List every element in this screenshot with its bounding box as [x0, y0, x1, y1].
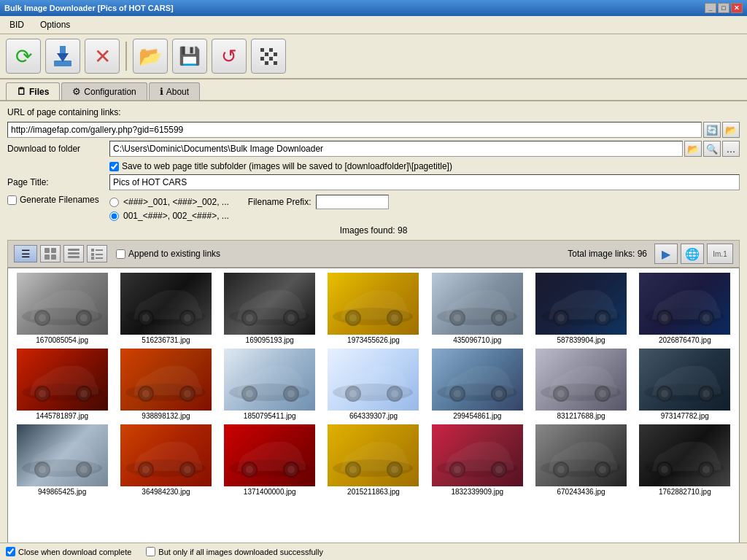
- svg-point-35: [391, 314, 398, 322]
- gallery-item[interactable]: 831217688.jpg: [530, 347, 632, 421]
- gallery-item[interactable]: 2026876470.jpg: [634, 271, 736, 346]
- svg-point-115: [599, 466, 606, 473]
- more-folder-button[interactable]: …: [722, 141, 740, 157]
- radio-format-1[interactable]: [109, 198, 119, 207]
- page-title-label: Page Title:: [7, 177, 109, 187]
- gallery-item[interactable]: 435096710.jpg: [426, 271, 528, 346]
- svg-point-40: [495, 314, 503, 322]
- only-if-all-checkbox[interactable]: [146, 547, 155, 556]
- menu-bid[interactable]: BID: [3, 18, 31, 32]
- view-all-button[interactable]: ☰: [14, 245, 37, 262]
- gallery-item[interactable]: 949865425.jpg: [11, 423, 113, 497]
- toolbar: ⟳ ✕ 📂 💾 ↺: [0, 34, 747, 79]
- open-folder-button[interactable]: 📂: [133, 39, 168, 74]
- url-refresh-button[interactable]: 🔄: [703, 122, 721, 138]
- download-folder-row: Download to folder 📂 🔍 …: [7, 141, 740, 157]
- gallery-item-name: 938898132.jpg: [142, 412, 190, 420]
- undo-button[interactable]: ↺: [212, 39, 247, 74]
- tab-configuration[interactable]: ⚙ Configuration: [61, 82, 147, 100]
- svg-rect-10: [91, 249, 94, 252]
- tab-about[interactable]: ℹ About: [149, 82, 200, 100]
- window-title: Bulk Image Downloader [Pics of HOT CARS]: [4, 4, 174, 12]
- svg-point-53: [39, 390, 46, 397]
- svg-point-80: [599, 390, 606, 397]
- open-download-folder-button[interactable]: 🔍: [703, 141, 721, 157]
- svg-point-113: [557, 466, 565, 473]
- gallery-item[interactable]: 1445781897.jpg: [11, 347, 113, 421]
- svg-point-95: [184, 466, 191, 473]
- svg-point-73: [454, 390, 461, 397]
- close-button[interactable]: ✕: [731, 3, 743, 13]
- gallery-item[interactable]: 670243436.jpg: [530, 423, 632, 497]
- close-when-done-checkbox[interactable]: [6, 547, 15, 556]
- menu-options[interactable]: Options: [34, 18, 77, 32]
- gallery-item[interactable]: 1762882710.jpg: [634, 423, 736, 497]
- generate-filenames-label: Generate Filenames: [20, 195, 99, 205]
- svg-rect-9: [68, 256, 80, 258]
- gallery-item[interactable]: 516236731.jpg: [115, 271, 217, 346]
- browse-folder-button[interactable]: 📂: [684, 141, 702, 157]
- svg-point-58: [142, 390, 150, 397]
- web-button[interactable]: 🌐: [681, 244, 704, 264]
- gallery-item[interactable]: 973147782.jpg: [634, 347, 736, 421]
- append-label: Append to existing links: [128, 249, 220, 259]
- svg-point-65: [287, 390, 295, 397]
- generate-filenames-checkbox[interactable]: [7, 195, 17, 205]
- svg-point-25: [184, 314, 191, 322]
- toolbar-separator: [125, 42, 127, 71]
- download-action-button[interactable]: ▶: [654, 244, 678, 264]
- filename-prefix-label: Filename Prefix:: [248, 197, 311, 207]
- gallery-item[interactable]: 1371400000.jpg: [219, 423, 321, 497]
- gallery-item-name: 664339307.jpg: [349, 412, 398, 420]
- save-button[interactable]: 💾: [172, 39, 207, 74]
- gallery-item[interactable]: 169095193.jpg: [219, 271, 321, 346]
- gallery-container[interactable]: 1670085054.jpg 516236731.jpg 169095193.j…: [7, 268, 740, 552]
- svg-point-90: [80, 466, 88, 473]
- images-found: Images found: 98: [7, 225, 740, 236]
- append-checkbox[interactable]: [116, 249, 125, 259]
- view-thumb-button[interactable]: [40, 245, 61, 262]
- gallery-item[interactable]: 2015211863.jpg: [322, 423, 425, 497]
- gallery-item[interactable]: 364984230.jpg: [115, 423, 217, 497]
- view-detail-button[interactable]: [87, 245, 107, 262]
- svg-point-75: [495, 390, 503, 397]
- page-title-input[interactable]: [109, 174, 740, 190]
- tab-files[interactable]: 🗒 Files: [6, 82, 60, 100]
- gallery-item-name: 516236731.jpg: [142, 336, 190, 344]
- gallery-item[interactable]: 1850795411.jpg: [219, 347, 321, 421]
- start-button[interactable]: ⟳: [6, 39, 41, 74]
- maximize-button[interactable]: □: [718, 3, 729, 13]
- minimize-button[interactable]: _: [705, 3, 716, 13]
- gallery-item[interactable]: 1973455626.jpg: [322, 271, 425, 346]
- about-tab-icon: ℹ: [160, 86, 163, 97]
- svg-rect-12: [91, 253, 94, 256]
- gallery-item-name: 670243436.jpg: [557, 488, 605, 496]
- svg-rect-15: [96, 257, 103, 259]
- url-folder-button[interactable]: 📂: [722, 122, 740, 138]
- subfolder-checkbox[interactable]: [109, 162, 119, 171]
- gallery-item[interactable]: 299454861.jpg: [426, 347, 528, 421]
- tab-files-label: Files: [29, 87, 49, 97]
- grid-button[interactable]: [251, 39, 286, 74]
- gallery-item-name: 299454861.jpg: [453, 412, 501, 420]
- url-row: URL of page containing links:: [7, 107, 740, 117]
- gallery-item[interactable]: 664339307.jpg: [322, 347, 425, 421]
- gallery-item-name: 169095193.jpg: [246, 336, 294, 344]
- generate-filenames-row: Generate Filenames <###>_001, <###>_002,…: [7, 195, 740, 221]
- image-count-button[interactable]: Im.1: [707, 244, 733, 264]
- filename-prefix-input[interactable]: [316, 195, 389, 209]
- download-button[interactable]: [45, 39, 80, 74]
- view-list-button[interactable]: [63, 245, 84, 262]
- gallery-item[interactable]: 938898132.jpg: [115, 347, 217, 421]
- gallery-item[interactable]: 1670085054.jpg: [11, 271, 113, 346]
- svg-point-63: [246, 390, 253, 397]
- stop-button[interactable]: ✕: [85, 39, 120, 74]
- download-folder-input[interactable]: [109, 141, 683, 157]
- subfolder-row: Save to web page title subfolder (images…: [7, 161, 740, 171]
- gallery-toolbar: ☰ Append to existing links Total image l…: [7, 240, 740, 268]
- gallery-item[interactable]: 587839904.jpg: [530, 271, 632, 346]
- radio-format-2[interactable]: [109, 211, 119, 221]
- gallery-item[interactable]: 1832339909.jpg: [426, 423, 528, 497]
- svg-point-38: [454, 314, 461, 322]
- url-input[interactable]: [7, 122, 702, 138]
